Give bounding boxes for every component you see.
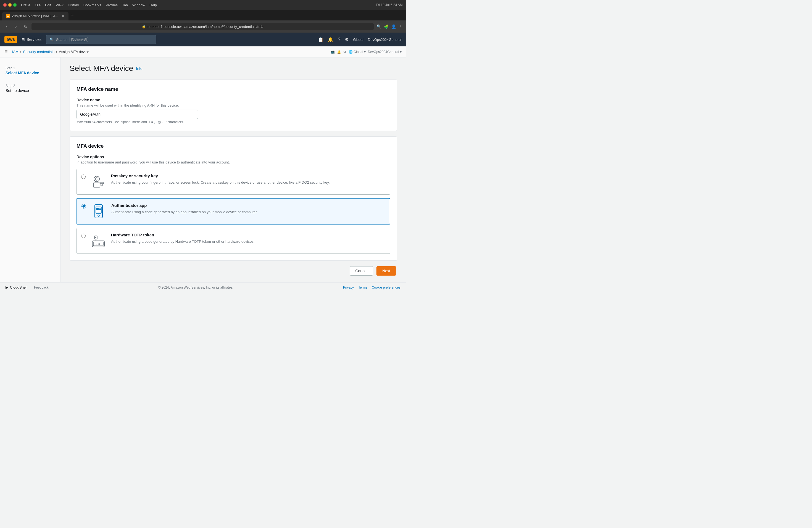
menu-profiles[interactable]: Profiles	[106, 3, 118, 7]
feedback-icon[interactable]: 📋	[318, 37, 323, 42]
feedback-link[interactable]: Feedback	[34, 285, 48, 289]
authenticator-desc: Authenticate using a code generated by a…	[111, 209, 385, 215]
svg-rect-9	[97, 208, 99, 210]
tab-bar: A Assign MFA device | IAM | Glo... ✕ +	[0, 10, 406, 20]
device-name-hint: This name will be used within the identi…	[76, 103, 390, 107]
device-name-label: Device name	[76, 98, 390, 102]
menu-edit[interactable]: Edit	[45, 3, 51, 7]
address-input[interactable]: 🔒 us-east-1.console.aws.amazon.com/iam/h…	[31, 23, 374, 30]
menu-help[interactable]: Help	[149, 3, 157, 7]
privacy-link[interactable]: Privacy	[343, 285, 354, 289]
traffic-lights	[3, 3, 17, 6]
breadcrumb-security-credentials[interactable]: Security credentials	[23, 50, 54, 54]
svg-point-1	[95, 178, 98, 180]
sidebar: Step 1 Select MFA device Step 2 Set up d…	[0, 57, 61, 282]
search-bar[interactable]: 🔍 Search [Option+S]	[46, 35, 156, 44]
tab-title: Assign MFA device | IAM | Glo...	[12, 14, 59, 18]
hardware-desc: Authenticate using a code generated by H…	[111, 239, 386, 245]
main-layout: Step 1 Select MFA device Step 2 Set up d…	[0, 57, 406, 282]
passkey-option[interactable]: Passkey or security key Authenticate usi…	[76, 169, 390, 195]
sidebar-step-1: Step 1 Select MFA device	[0, 64, 60, 77]
cancel-button[interactable]: Cancel	[350, 266, 373, 276]
extra-account[interactable]: DevOps2024General ▾	[368, 50, 402, 54]
extra-icon-3[interactable]: ⚙	[343, 50, 346, 54]
passkey-radio[interactable]	[81, 175, 86, 179]
hardware-radio[interactable]	[81, 234, 86, 238]
menu-brave[interactable]: Brave	[21, 3, 30, 7]
reload-button[interactable]: ↻	[22, 24, 29, 29]
tab-close-icon[interactable]: ✕	[61, 14, 64, 18]
breadcrumb-iam[interactable]: IAM	[12, 50, 18, 54]
authenticator-radio[interactable]	[82, 204, 86, 208]
passkey-content: Passkey or security key Authenticate usi…	[111, 173, 386, 185]
device-name-constraint: Maximum 64 characters. Use alphanumeric …	[76, 120, 390, 124]
browser-chrome: Brave File Edit View History Bookmarks P…	[0, 0, 406, 10]
topnav-extras: 📺 🔔 ⚙ 🌐 Global ▾ DevOps2024General ▾	[331, 50, 402, 54]
notifications-icon[interactable]: 🔔	[328, 37, 333, 42]
search-placeholder: Search	[56, 38, 68, 42]
authenticator-title: Authenticator app	[111, 203, 385, 208]
menu-history[interactable]: History	[68, 3, 79, 7]
aws-topnav: aws ⊞ Services 🔍 Search [Option+S] 📋 🔔 ?…	[0, 33, 406, 46]
account-menu[interactable]: DevOps2024General	[368, 38, 402, 42]
step-1-name[interactable]: Select MFA device	[5, 71, 55, 75]
step-1-label: Step 1	[5, 66, 55, 70]
menu-file[interactable]: File	[35, 3, 41, 7]
search-icon[interactable]: 🔍	[376, 24, 381, 29]
info-link[interactable]: Info	[136, 66, 142, 71]
extra-icon-2[interactable]: 🔔	[337, 50, 341, 54]
address-bar: ‹ › ↻ 🔒 us-east-1.console.aws.amazon.com…	[0, 20, 406, 33]
aws-logo: aws	[4, 36, 17, 43]
region-selector[interactable]: Global	[353, 38, 363, 42]
breadcrumb-sep-1: ›	[20, 50, 21, 54]
svg-point-0	[94, 176, 99, 182]
cloudshell-button[interactable]: ▶ CloudShell	[5, 285, 27, 289]
breadcrumb-current: Assign MFA device	[59, 50, 89, 54]
device-name-input[interactable]	[76, 109, 198, 119]
settings-icon[interactable]: ⚙	[345, 37, 349, 42]
cookie-preferences-link[interactable]: Cookie preferences	[372, 285, 401, 289]
hardware-content: Hardware TOTP token Authenticate using a…	[111, 233, 386, 245]
terms-link[interactable]: Terms	[358, 285, 367, 289]
close-button[interactable]	[3, 3, 6, 6]
topnav-right: 📋 🔔 ? ⚙ Global DevOps2024General	[318, 37, 402, 42]
menu-window[interactable]: Window	[132, 3, 145, 7]
breadcrumb-sep-2: ›	[56, 50, 57, 54]
device-options-label: Device options	[76, 155, 390, 159]
menu-view[interactable]: View	[56, 3, 63, 7]
device-name-card: MFA device name Device name This name wi…	[70, 79, 397, 131]
footer-copyright: © 2024, Amazon Web Services, Inc. or its…	[48, 285, 343, 289]
profile-icon[interactable]: 👤	[391, 24, 396, 29]
authenticator-option[interactable]: Authenticator app Authenticate using a c…	[76, 198, 390, 224]
extra-icon-1[interactable]: 📺	[331, 50, 335, 54]
page-title-row: Select MFA device Info	[70, 64, 397, 73]
browser-tab[interactable]: A Assign MFA device | IAM | Glo... ✕	[2, 12, 69, 20]
step-2-label: Step 2	[5, 84, 55, 88]
authenticator-content: Authenticator app Authenticate using a c…	[111, 203, 385, 215]
svg-point-18	[95, 237, 97, 238]
menu-bookmarks[interactable]: Bookmarks	[83, 3, 101, 7]
menu-tab[interactable]: Tab	[122, 3, 128, 7]
next-button[interactable]: Next	[376, 266, 396, 276]
new-tab-button[interactable]: +	[71, 13, 74, 18]
device-options: Passkey or security key Authenticate usi…	[76, 169, 390, 254]
extensions-icon[interactable]: 🧩	[384, 24, 389, 29]
svg-rect-12	[97, 211, 101, 211]
minimize-button[interactable]	[8, 3, 12, 6]
back-button[interactable]: ‹	[3, 24, 10, 29]
extra-region[interactable]: 🌐 Global ▾	[349, 50, 366, 54]
help-icon[interactable]: ?	[338, 37, 340, 42]
maximize-button[interactable]	[13, 3, 17, 6]
svg-rect-3	[100, 182, 104, 184]
hardware-title: Hardware TOTP token	[111, 233, 386, 237]
svg-point-13	[98, 215, 99, 217]
services-button[interactable]: ⊞ Services	[21, 37, 41, 42]
cloudshell-label: CloudShell	[10, 285, 27, 289]
hardware-option[interactable]: 1234 Hardware TOTP token Authenticate us…	[76, 228, 390, 254]
forward-button[interactable]: ›	[13, 24, 19, 29]
sidebar-toggle[interactable]: ☰	[4, 50, 8, 54]
footer: ▶ CloudShell Feedback © 2024, Amazon Web…	[0, 282, 406, 292]
menu-icon[interactable]: ⋮	[399, 24, 403, 29]
step-2-name[interactable]: Set up device	[5, 88, 55, 93]
tab-favicon: A	[6, 14, 10, 18]
